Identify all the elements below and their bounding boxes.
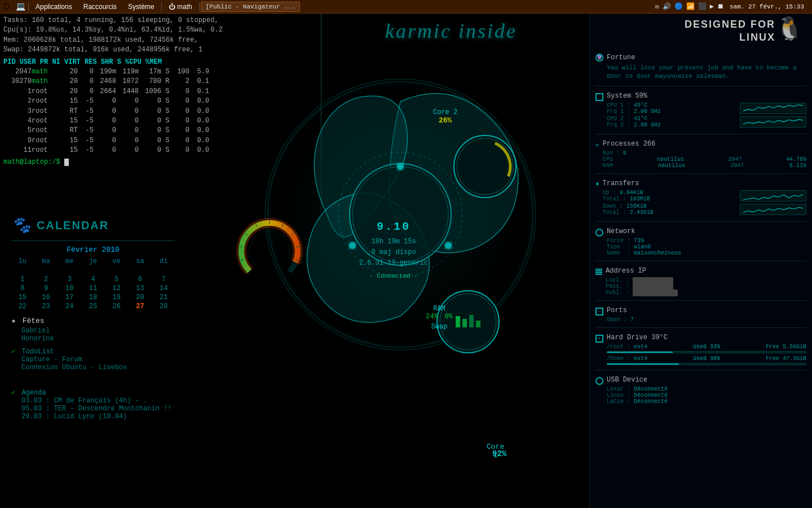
fortune-text: You will lose your present job and have … (607, 64, 806, 81)
cal-day[interactable]: 28 (152, 303, 175, 310)
designed-logo-area: 🐧 DESIGNED FORLINUX (595, 18, 806, 45)
svg-rect-15 (462, 319, 467, 327)
processes-section: ✳ Processes 266 Run : 9 CPU nautilus 204… (595, 140, 806, 174)
cal-day-header: lu (11, 257, 34, 265)
svg-rect-14 (456, 316, 460, 327)
cal-day-header: me (58, 257, 81, 265)
cal-day[interactable]: 11 (82, 284, 104, 292)
cal-day[interactable]: 6 (129, 275, 152, 283)
ports-section: → Ports Open : 7 (595, 306, 806, 328)
calendar-header: 🐾 CALENDAR (11, 216, 175, 235)
harddrive-icon: + (595, 335, 603, 343)
cal-day: . (129, 266, 152, 274)
tb-applications[interactable]: Applications (30, 0, 78, 13)
tb-volume-icon[interactable]: 🔊 (663, 2, 671, 11)
cal-day[interactable]: 23 (35, 303, 58, 310)
tb-sep2 (161, 2, 162, 11)
tb-icon-misc2[interactable]: ▶ (710, 2, 714, 11)
cal-day[interactable]: 4 (82, 275, 104, 283)
cal-day[interactable]: 7 (152, 275, 175, 283)
core1-percent: 92% (492, 449, 506, 458)
cal-day: . (58, 266, 81, 274)
cal-day[interactable]: 2 (35, 275, 58, 283)
cal-day[interactable]: 15 (11, 294, 34, 301)
upload-graph (740, 190, 806, 202)
svg-rect-17 (476, 321, 480, 327)
core2-label: Core 2 (433, 108, 457, 116)
cal-divider (11, 240, 175, 241)
system-section: System 59% CPU 1 : 45°C Frq 1 : 2.00 GHz… (595, 92, 806, 134)
processes-title: Processes 266 (603, 140, 806, 148)
tb-icon-misc3[interactable]: ⏹ (717, 2, 724, 11)
tb-window-button[interactable]: [Public - Navigateur ... (201, 2, 300, 12)
cal-day[interactable]: 5 (105, 275, 128, 283)
network-title: Network (607, 227, 806, 235)
fetes-names: GabrielHonorine (11, 327, 175, 343)
cal-day-header: ve (105, 257, 128, 265)
ports-title: Ports (607, 306, 806, 314)
address-title: Address IP (606, 267, 806, 275)
cal-day[interactable]: 26 (105, 303, 128, 310)
usb-icon (595, 377, 603, 385)
cal-day[interactable]: 25 (82, 303, 104, 310)
cal-day[interactable]: 3 (58, 275, 81, 283)
tb-email-icon[interactable]: ✉ (655, 2, 659, 11)
cal-day[interactable]: 14 (152, 284, 175, 292)
agenda-check-icon: ✓ (11, 389, 15, 397)
tb-icon-doc[interactable]: 🗋 (0, 0, 14, 14)
core2-label-area: Core 2 26% (433, 108, 457, 125)
cal-day: . (152, 266, 175, 274)
ram-label-area: RAM 24% 0% Swap (426, 305, 453, 331)
svg-rect-16 (469, 315, 474, 327)
cal-day: . (105, 266, 128, 274)
cal-day[interactable]: 17 (58, 294, 81, 301)
ports-icon: → (595, 308, 603, 316)
cal-day[interactable]: 1 (11, 275, 34, 283)
cal-day[interactable]: 16 (35, 294, 58, 301)
cal-day[interactable]: 24 (58, 303, 81, 310)
agenda-items: 03.03 : CM de Français (4h) - .05.03 : T… (11, 397, 197, 421)
agenda-widget: ✓ Agenda 03.03 : CM de Français (4h) - .… (0, 388, 209, 421)
ram-label: RAM (426, 305, 453, 313)
cal-day[interactable]: 18 (82, 294, 104, 301)
cal-day: . (11, 266, 34, 274)
ubuntu-version: 9.10 (337, 220, 450, 233)
tb-network-icon[interactable]: 📶 (686, 2, 695, 11)
tb-systeme[interactable]: Système (122, 0, 160, 13)
usb-section: USB Device Lexar : Déconnecté Linux : Dé… (595, 376, 806, 405)
cal-day[interactable]: 12 (105, 284, 128, 292)
designed-text: DESIGNED FORLINUX (595, 18, 804, 45)
cal-day[interactable]: 22 (11, 303, 34, 310)
todo-item: Capture - Forum (21, 356, 175, 364)
cal-day-header: ma (35, 257, 58, 265)
tb-raccourcis[interactable]: Raccourcis (78, 0, 122, 13)
agenda-item: 29.03 : Lucid Lynx (10.04) (21, 413, 197, 421)
terminal-line1: Tasks: 160 total, 4 running, 156 sleepin… (3, 16, 317, 25)
calendar-widget: 🐾 CALENDAR Février 2010 lumamejevesadi..… (0, 211, 186, 315)
cal-day[interactable]: 27 (129, 303, 152, 310)
system-icon (595, 93, 603, 101)
cal-day[interactable]: 20 (129, 294, 152, 301)
cal-day[interactable]: 19 (105, 294, 128, 301)
cal-day[interactable]: 10 (58, 284, 81, 292)
ubuntu-uptime: 18h 19m 15s 0 maj dispo 2.6.31-19-generi… (337, 237, 450, 269)
tb-icon-laptop[interactable]: 💻 (14, 0, 27, 14)
center-info: 9.10 18h 19m 15s 0 maj dispo 2.6.31-19-g… (337, 220, 450, 279)
calendar-month: Février 2010 (11, 246, 175, 254)
cal-day[interactable]: 13 (129, 284, 152, 292)
todo-widget: ✓ TodoList Capture - ForumConnexion Ubun… (0, 347, 186, 371)
cal-day[interactable]: 9 (35, 284, 58, 292)
cal-day: . (82, 266, 104, 274)
svg-point-6 (397, 163, 404, 170)
tb-icon-misc1[interactable]: ⬛ (698, 2, 707, 11)
harddrive-section: + Hard Drive 39°C /root : ext4 Used 33% … (595, 334, 806, 370)
transfers-section: ♦ Transfers Up : 9.04KiB Total : 103MiB … (595, 179, 806, 222)
tb-power[interactable]: ⏻ math (163, 0, 198, 13)
star-icon: ★ (11, 317, 16, 325)
cal-day[interactable]: 21 (152, 294, 175, 301)
cal-day[interactable]: 8 (11, 284, 34, 292)
calendar-logo-icon: 🐾 (11, 216, 31, 235)
transfers-icon: ♦ (595, 181, 599, 187)
calendar-title: CALENDAR (37, 219, 109, 232)
tb-bluetooth-icon[interactable]: 🔵 (674, 2, 683, 11)
